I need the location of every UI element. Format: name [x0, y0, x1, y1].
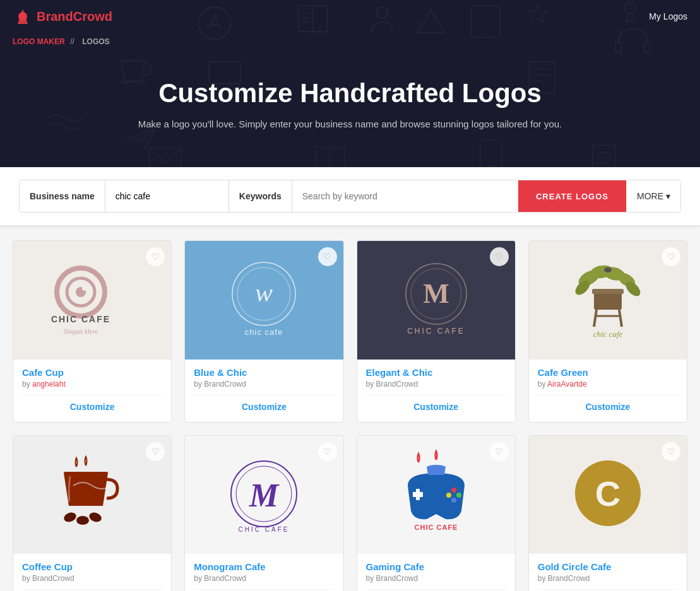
svg-point-63: [62, 511, 78, 524]
logo-name-gaming: Gaming Cafe: [366, 561, 506, 572]
svg-point-64: [76, 516, 89, 525]
logo-card-info-cafe-cup: Cafe Cup by anghelaht Customize: [13, 360, 171, 422]
customize-button-elegant-chic[interactable]: Customize: [366, 395, 506, 418]
logo-card-image-cafe-cup: ♡ CHIC CAFE Slogan Here: [13, 241, 171, 360]
site-logo[interactable]: BrandCrowd: [13, 6, 112, 26]
breadcrumb-home-link[interactable]: LOGO MAKER: [13, 37, 65, 46]
logo-card-image-gold-circle: ♡ C: [529, 436, 687, 554]
svg-text:CHIC CAFE: CHIC CAFE: [239, 526, 290, 533]
svg-line-60: [619, 310, 622, 327]
logo-card-blue-chic[interactable]: ♡ w chic cafe Blue & Chic by BrandCrowd …: [184, 240, 343, 423]
logo-name-cafe-green: Cafe Green: [538, 367, 678, 378]
logo-author-cafe-cup: by anghelaht: [22, 380, 162, 389]
brand-name: BrandCrowd: [37, 9, 112, 24]
hero-subtitle: Make a logo you'll love. Simply enter yo…: [129, 119, 571, 129]
author-link-cafe-green[interactable]: AiraAvartde: [547, 380, 586, 389]
logo-card-cafe-cup[interactable]: ♡ CHIC CAFE Slogan Here: [13, 240, 172, 423]
svg-text:CHIC CAFE: CHIC CAFE: [414, 524, 458, 531]
business-name-label: Business name: [20, 180, 105, 212]
breadcrumb-separator: //: [70, 37, 74, 46]
favorite-button-elegant-chic[interactable]: ♡: [490, 247, 509, 266]
customize-button-cafe-green[interactable]: Customize: [538, 395, 678, 418]
customize-button-blue-chic[interactable]: Customize: [194, 395, 334, 418]
svg-text:chic cafe: chic cafe: [245, 327, 283, 337]
logo-name-gold-circle: Gold Circle Cafe: [538, 561, 678, 572]
logo-card-monogram[interactable]: ♡ M CHIC CAFE Monogram Cafe by BrandCrow…: [184, 435, 343, 591]
brandcrowd-logo-icon: [13, 6, 33, 26]
search-bar: Business name Keywords CREATE LOGOS MORE…: [19, 180, 681, 213]
logo-card-image-monogram: ♡ M CHIC CAFE: [185, 436, 343, 554]
svg-point-72: [451, 488, 456, 493]
my-logos-link[interactable]: My Logos: [649, 11, 687, 21]
svg-point-73: [456, 493, 461, 498]
favorite-button-gaming[interactable]: ♡: [490, 442, 509, 461]
logo-grid: ♡ CHIC CAFE Slogan Here: [13, 240, 687, 591]
chevron-down-icon: ▾: [666, 191, 670, 201]
hero-title: Customize Handcrafted Logos: [13, 78, 687, 108]
logo-author-gold-circle: by BrandCrowd: [538, 574, 678, 583]
author-link-cafe-cup[interactable]: anghelaht: [32, 380, 66, 389]
logo-grid-wrapper: ♡ CHIC CAFE Slogan Here: [0, 225, 700, 591]
logo-name-blue-chic: Blue & Chic: [194, 367, 334, 378]
logo-author-coffee-cup: by BrandCrowd: [22, 574, 162, 583]
search-bar-wrapper: Business name Keywords CREATE LOGOS MORE…: [0, 167, 700, 225]
svg-text:C: C: [595, 474, 620, 513]
logo-card-image-coffee-cup: ♡: [13, 436, 171, 554]
favorite-button-gold-circle[interactable]: ♡: [661, 442, 680, 461]
logo-card-info-gold-circle: Gold Circle Cafe by BrandCrowd Customize: [529, 554, 687, 591]
logo-card-info-blue-chic: Blue & Chic by BrandCrowd Customize: [185, 360, 343, 422]
svg-point-39: [82, 286, 87, 291]
logo-author-monogram: by BrandCrowd: [194, 574, 334, 583]
header-top-bar: BrandCrowd My Logos: [0, 0, 700, 33]
logo-name-coffee-cup: Coffee Cup: [22, 561, 162, 572]
svg-line-59: [594, 310, 596, 327]
logo-card-info-elegant-chic: Elegant & Chic by BrandCrowd Customize: [357, 360, 515, 422]
logo-card-image-elegant-chic: ♡ M CHIC CAFE: [357, 241, 515, 360]
svg-text:M: M: [249, 477, 280, 513]
logo-card-image-cafe-green: ♡: [529, 241, 687, 360]
logo-card-cafe-green[interactable]: ♡: [528, 240, 687, 423]
business-name-input[interactable]: [105, 180, 228, 212]
favorite-button-blue-chic[interactable]: ♡: [318, 247, 337, 266]
logo-name-elegant-chic: Elegant & Chic: [366, 367, 506, 378]
logo-card-info-gaming: Gaming Cafe by BrandCrowd Customize: [357, 554, 515, 591]
svg-text:w: w: [255, 278, 273, 307]
hero-section: Customize Handcrafted Logos Make a logo …: [0, 47, 700, 167]
logo-author-gaming: by BrandCrowd: [366, 574, 506, 583]
svg-rect-71: [413, 492, 423, 497]
customize-button-cafe-cup[interactable]: Customize: [22, 395, 162, 418]
logo-card-info-monogram: Monogram Cafe by BrandCrowd Customize: [185, 554, 343, 591]
more-options-button[interactable]: MORE ▾: [626, 180, 680, 212]
svg-point-75: [451, 498, 456, 503]
favorite-button-monogram[interactable]: ♡: [318, 442, 337, 461]
logo-card-coffee-cup[interactable]: ♡: [13, 435, 172, 591]
svg-point-65: [88, 511, 103, 524]
svg-text:CHIC CAFE: CHIC CAFE: [51, 314, 110, 324]
logo-card-image-gaming: ♡: [357, 436, 515, 554]
favorite-button-coffee-cup[interactable]: ♡: [146, 442, 165, 461]
svg-text:M: M: [423, 278, 449, 309]
breadcrumb: LOGO MAKER // LOGOS: [0, 33, 700, 47]
keywords-input[interactable]: [292, 180, 518, 212]
svg-text:CHIC CAFE: CHIC CAFE: [407, 327, 465, 336]
breadcrumb-current: LOGOS: [82, 37, 109, 46]
logo-author-elegant-chic: by BrandCrowd: [366, 380, 506, 389]
logo-author-cafe-green: by AiraAvartde: [538, 380, 678, 389]
logo-card-image-blue-chic: ♡ w chic cafe: [185, 241, 343, 360]
logo-card-gaming[interactable]: ♡: [357, 435, 516, 591]
logo-name-cafe-cup: Cafe Cup: [22, 367, 162, 378]
keywords-label: Keywords: [228, 180, 292, 212]
svg-point-35: [18, 12, 27, 21]
svg-point-74: [446, 493, 451, 498]
logo-card-elegant-chic[interactable]: ♡ M CHIC CAFE Elegant & Chic by BrandCro…: [357, 240, 516, 423]
svg-text:Slogan Here: Slogan Here: [64, 327, 98, 335]
site-header: BrandCrowd My Logos LOGO MAKER // LOGOS …: [0, 0, 700, 167]
logo-card-info-cafe-green: Cafe Green by AiraAvartde Customize: [529, 360, 687, 422]
logo-author-blue-chic: by BrandCrowd: [194, 380, 334, 389]
svg-rect-58: [592, 289, 624, 294]
favorite-button-cafe-green[interactable]: ♡: [661, 247, 680, 266]
logo-card-info-coffee-cup: Coffee Cup by BrandCrowd Customize: [13, 554, 171, 591]
logo-card-gold-circle[interactable]: ♡ C Gold Circle Cafe by BrandCrowd Custo…: [528, 435, 687, 591]
create-logos-button[interactable]: CREATE LOGOS: [518, 180, 626, 212]
svg-text:chic cafe: chic cafe: [593, 329, 623, 339]
